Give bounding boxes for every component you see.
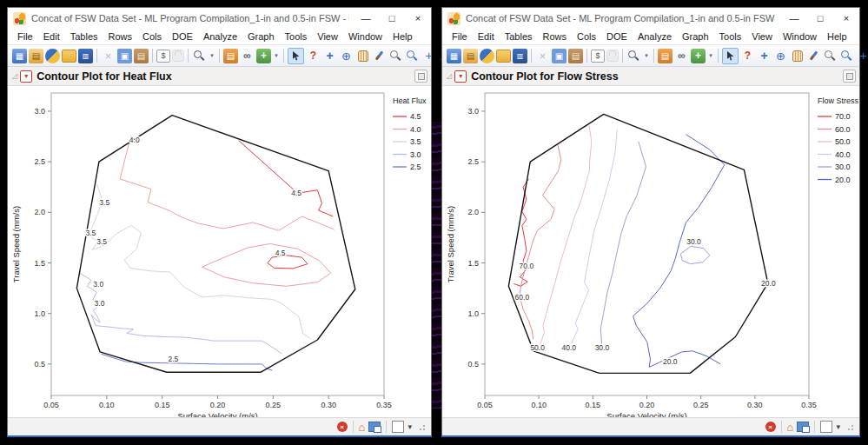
arrow-tool-icon[interactable] [722,48,739,64]
selection-tool-icon[interactable] [322,49,337,63]
home-window-icon[interactable] [359,421,366,434]
close-button[interactable]: × [833,8,859,29]
help-tool-icon[interactable] [306,49,321,63]
new-window-icon[interactable] [256,49,271,63]
menu-graph[interactable]: Graph [242,31,280,42]
maximize-button[interactable]: □ [379,8,405,29]
collapse-triangle-icon[interactable]: ◿ [12,72,17,80]
collapse-triangle-icon[interactable]: ◿ [447,72,452,80]
selection-tool-icon[interactable] [757,49,772,63]
copy-icon[interactable] [552,49,567,63]
menu-view[interactable]: View [312,31,343,42]
toolbar-overflow-icon[interactable] [643,49,650,63]
menu-help[interactable]: Help [388,31,418,42]
menu-cols[interactable]: Cols [137,31,167,42]
lasso-tool-icon[interactable] [388,49,403,63]
data-filter-icon[interactable] [240,49,255,63]
journal-icon[interactable] [223,49,238,63]
paste-icon[interactable] [568,49,583,63]
help-tool-icon[interactable] [740,49,755,63]
contour-plot-heat-flux[interactable]: 0.050.100.150.200.250.300.350.51.01.52.0… [8,86,431,417]
menu-window[interactable]: Window [778,31,822,42]
plus-tool-icon[interactable] [856,49,868,63]
menu-file[interactable]: File [12,31,38,42]
report-menu-button[interactable] [454,70,467,83]
new-journal-icon[interactable] [29,49,43,63]
save-file-icon[interactable] [78,49,93,63]
menu-help[interactable]: Help [822,31,852,42]
menu-doe[interactable]: DOE [167,31,198,42]
magnifier-tool-icon[interactable] [839,49,854,63]
crosshair-tool-icon[interactable] [773,49,788,63]
open-file-icon[interactable] [62,50,76,63]
brush-tool-icon[interactable] [806,49,821,63]
x-tick-label: 0.30 [747,401,763,409]
toolbar-overflow-icon[interactable] [273,49,280,63]
title-bar[interactable]: Concat of FSW Data Set - ML Program Comp… [442,8,859,29]
error-log-icon[interactable] [765,422,776,432]
title-bar[interactable]: Concat of FSW Data Set - ML Program Comp… [8,8,431,29]
lasso-tool-icon[interactable] [823,49,838,63]
menu-cols[interactable]: Cols [572,31,601,42]
caret-icon[interactable] [836,422,840,431]
copy-icon[interactable] [117,49,132,63]
maximize-button[interactable]: □ [807,8,833,29]
search-icon[interactable] [626,49,641,63]
menu-doe[interactable]: DOE [601,31,633,42]
legend-title: Flow Stress [818,96,859,105]
home-window-icon[interactable] [787,421,794,434]
report-menu-button[interactable] [20,70,32,83]
caret-icon[interactable] [407,422,412,431]
menu-edit[interactable]: Edit [473,31,500,42]
arrow-tool-icon[interactable] [288,48,304,64]
error-log-icon[interactable] [337,422,348,432]
crosshair-tool-icon[interactable] [339,49,354,63]
menu-graph[interactable]: Graph [677,31,714,42]
toolbar-overflow-icon[interactable] [707,49,714,63]
hand-tool-icon[interactable] [355,49,370,63]
menu-rows[interactable]: Rows [103,31,138,42]
menu-tables[interactable]: Tables [65,31,103,42]
close-button[interactable]: × [405,8,431,29]
paste-special-icon[interactable] [591,50,605,63]
new-data-table-icon[interactable] [12,49,27,63]
new-window-icon[interactable] [691,49,706,63]
paste-icon[interactable] [134,49,149,63]
resize-grip-icon[interactable] [845,422,854,431]
minimize-button[interactable]: — [781,8,807,29]
window-list-icon[interactable] [797,422,809,432]
resize-grip-icon[interactable] [417,422,426,431]
contour-plot-flow-stress[interactable]: 0.050.100.150.200.250.300.350.51.01.52.0… [442,86,859,417]
new-journal-icon[interactable] [463,49,478,63]
python-icon[interactable] [480,49,494,63]
plus-tool-icon[interactable] [421,49,436,63]
menu-tables[interactable]: Tables [500,31,538,42]
magnifier-tool-icon[interactable] [405,49,420,63]
menu-analyze[interactable]: Analyze [198,31,242,42]
hand-tool-icon[interactable] [790,49,805,63]
data-filter-icon[interactable] [674,49,689,63]
menu-tools[interactable]: Tools [714,31,747,42]
menu-edit[interactable]: Edit [38,31,65,42]
python-icon[interactable] [45,49,60,63]
new-data-table-icon[interactable] [447,49,461,63]
brush-tool-icon[interactable] [372,49,387,63]
menu-window[interactable]: Window [343,31,388,42]
menu-rows[interactable]: Rows [538,31,573,42]
report-pin-icon[interactable] [843,70,856,83]
menu-file[interactable]: File [447,31,473,42]
save-file-icon[interactable] [513,49,527,63]
display-box-icon[interactable] [820,421,832,433]
minimize-button[interactable]: — [353,8,379,29]
menu-tools[interactable]: Tools [280,31,313,42]
journal-icon[interactable] [658,49,673,63]
window-list-icon[interactable] [368,422,381,432]
open-file-icon[interactable] [496,50,511,63]
display-box-icon[interactable] [392,421,404,433]
paste-special-icon[interactable] [156,50,170,63]
toolbar-overflow-icon[interactable] [209,49,215,63]
report-pin-icon[interactable] [414,70,427,83]
search-icon[interactable] [192,49,207,63]
menu-view[interactable]: View [746,31,778,42]
menu-analyze[interactable]: Analyze [633,31,677,42]
